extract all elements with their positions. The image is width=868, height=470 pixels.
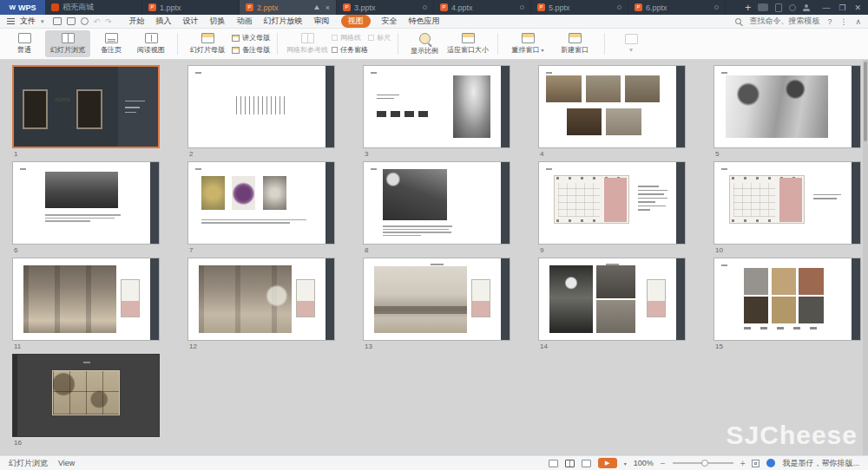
undo-icon[interactable]: ↶	[94, 17, 101, 26]
highlighted-zone	[779, 178, 802, 222]
workspace-icon[interactable]	[758, 3, 768, 11]
zoom-in-icon[interactable]: +	[740, 459, 746, 468]
slide-thumbnail-12[interactable]	[187, 258, 335, 341]
zoom-slider-knob[interactable]	[701, 460, 708, 467]
preview-icon[interactable]	[81, 17, 89, 25]
slide-accent-bar	[326, 258, 334, 340]
slide-thumbnail-14[interactable]	[538, 258, 686, 341]
file-caret-icon[interactable]: ▾	[41, 18, 44, 25]
close-tab-icon[interactable]: ×	[326, 3, 330, 12]
slide-accent-bar	[150, 162, 159, 244]
slide-thumbnail-3[interactable]	[363, 65, 510, 148]
tab-store[interactable]: 稻壳商城	[45, 0, 142, 15]
slide-thumbnail-4[interactable]	[538, 65, 686, 148]
slide-sorter-button[interactable]: 幻灯片浏览	[45, 30, 90, 57]
notes-master-button[interactable]: 备注母版	[232, 45, 270, 55]
normal-view-toggle-icon[interactable]	[549, 460, 558, 467]
slide-thumbnail-8[interactable]	[363, 161, 510, 245]
file-menu[interactable]: 文件	[20, 16, 36, 27]
menu-animation[interactable]: 动画	[237, 16, 253, 27]
slide-accent-bar	[326, 66, 334, 147]
menu-special-apps[interactable]: 特色应用	[409, 16, 440, 27]
print-icon[interactable]	[67, 17, 76, 25]
handout-master-button[interactable]: 讲义母版	[232, 33, 270, 42]
fit-screen-icon[interactable]	[752, 460, 760, 467]
assistant-text[interactable]: 我是墨仔，帮你排版...	[782, 458, 859, 469]
tab-5pptx[interactable]: P5.pptx	[531, 0, 628, 15]
slide-thumbnail-10[interactable]	[713, 161, 861, 245]
menu-icon[interactable]	[7, 18, 15, 24]
checkbox-icon	[368, 35, 374, 41]
restore-icon[interactable]: ❐	[838, 3, 845, 12]
interior-detail-photo	[596, 265, 635, 299]
zoom-slider[interactable]	[673, 462, 733, 464]
notification-icon[interactable]	[789, 4, 796, 11]
documents-icon[interactable]	[775, 3, 782, 12]
close-window-icon[interactable]: ✕	[854, 3, 861, 12]
fit-window-button[interactable]: 适应窗口大小	[445, 30, 490, 57]
warning-icon	[314, 5, 319, 10]
interior-photo	[586, 75, 621, 102]
tab-6pptx[interactable]: P6.pptx	[628, 0, 726, 15]
reading-view-toggle-icon[interactable]	[582, 460, 591, 467]
styled-table-photo	[374, 266, 468, 333]
small-image-chips	[377, 111, 428, 117]
slide-thumbnail-11[interactable]	[12, 258, 160, 341]
menu-slideshow[interactable]: 幻灯片放映	[264, 16, 303, 27]
titlebar-right-controls: + — ❐ ✕	[738, 0, 868, 15]
chef-portrait-photo	[453, 75, 491, 137]
menu-review[interactable]: 审阅	[314, 16, 330, 27]
help-icon[interactable]: ?	[827, 17, 832, 26]
tab-3pptx[interactable]: P3.pptx	[337, 0, 434, 15]
slide-sorter-toggle-icon[interactable]	[565, 460, 575, 467]
redo-icon[interactable]: ↷	[105, 17, 112, 26]
more-icon[interactable]: ⋮	[839, 17, 847, 26]
tab-1pptx[interactable]: P1.pptx	[142, 0, 240, 15]
tab-2pptx-active[interactable]: P2.pptx×	[240, 0, 337, 15]
slide-master-button[interactable]: 幻灯片母版	[185, 30, 230, 57]
save-icon[interactable]	[53, 17, 62, 25]
ppt-file-icon: P	[440, 3, 448, 11]
highlighted-zone	[604, 178, 627, 222]
slide-thumbnail-13[interactable]	[363, 258, 510, 341]
menu-security[interactable]: 安全	[382, 16, 398, 27]
task-pane-checkbox[interactable]: 任务窗格	[332, 45, 391, 55]
arrange-windows-icon	[522, 33, 535, 43]
tab-4pptx[interactable]: P4.pptx	[434, 0, 531, 15]
zoom-button[interactable]: 显示比例	[405, 30, 444, 57]
plated-dish-photo	[263, 176, 286, 210]
user-account-icon[interactable]	[803, 4, 810, 11]
interior-photo	[606, 108, 641, 135]
minimize-icon[interactable]: —	[822, 3, 830, 12]
zoom-level-value[interactable]: 100%	[634, 459, 654, 467]
menu-home[interactable]: 开始	[129, 16, 145, 27]
scrollbar-thumb[interactable]	[864, 62, 867, 141]
slide-thumbnail-7[interactable]	[187, 161, 335, 245]
arrange-windows-button[interactable]: 重排窗口 ▾	[505, 30, 550, 57]
menu-design[interactable]: 设计	[183, 16, 199, 27]
wps-logo[interactable]: WWPS	[0, 0, 45, 15]
menu-transition[interactable]: 切换	[210, 16, 226, 27]
slide-thumbnail-9[interactable]	[538, 161, 686, 245]
slideshow-play-button[interactable]: ▶	[598, 458, 617, 468]
slide-thumbnail-6[interactable]	[12, 161, 160, 245]
zoom-out-icon[interactable]: −	[661, 459, 666, 468]
slide-number: 7	[189, 246, 335, 254]
reading-view-button[interactable]: 阅读视图	[132, 30, 170, 57]
collapse-ribbon-icon[interactable]: ∧	[855, 17, 861, 26]
slide-thumbnail-15[interactable]	[713, 258, 861, 341]
menu-insert[interactable]: 插入	[156, 16, 172, 27]
slide-thumbnail-16[interactable]	[12, 354, 160, 437]
slide-thumbnail-1[interactable]: noma	[12, 65, 160, 148]
vertical-scrollbar[interactable]	[863, 60, 868, 455]
play-dropdown-icon[interactable]: ▾	[624, 460, 627, 467]
search-commands[interactable]: 查找命令、搜索模板	[749, 16, 819, 27]
normal-view-button[interactable]: 普通	[5, 30, 43, 57]
new-tab-icon[interactable]: +	[745, 2, 751, 14]
menu-view-active[interactable]: 视图	[341, 15, 371, 28]
slide-thumbnail-2[interactable]	[187, 65, 335, 148]
assistant-avatar-icon[interactable]	[766, 459, 775, 467]
notes-page-button[interactable]: 备注页	[92, 30, 130, 57]
new-window-button[interactable]: 新建窗口	[552, 30, 597, 57]
slide-thumbnail-5[interactable]	[713, 65, 861, 148]
